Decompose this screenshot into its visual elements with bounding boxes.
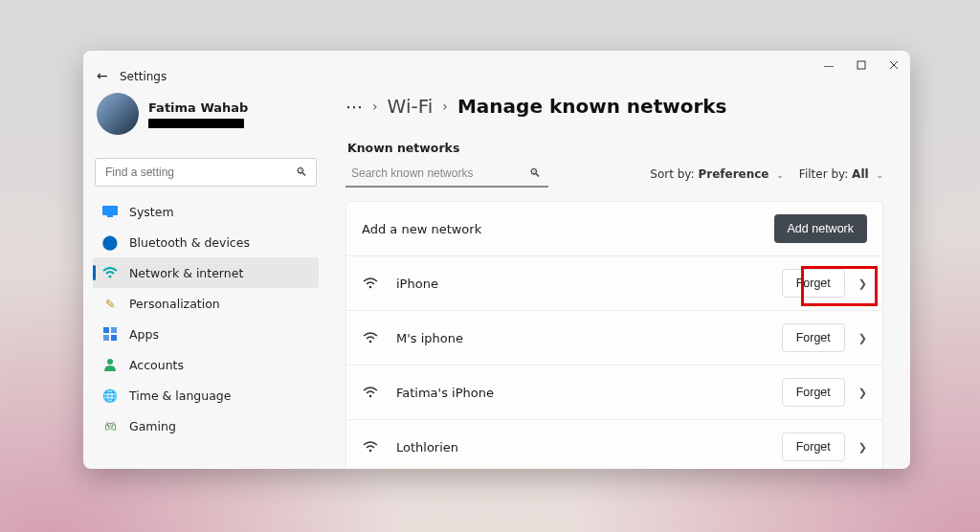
svg-rect-0 — [858, 61, 865, 69]
add-network-label: Add a new network — [362, 222, 774, 236]
network-row[interactable]: Lothlorien Forget ❯ — [346, 419, 882, 469]
sidebar-item-bluetooth[interactable]: ⬤ Bluetooth & devices — [93, 227, 319, 257]
svg-rect-9 — [111, 335, 117, 341]
sidebar-item-label: Gaming — [129, 419, 176, 433]
desktop-background: ← Settings ― Fatima Wahab — [0, 0, 980, 532]
svg-rect-4 — [107, 215, 113, 217]
wifi-icon — [362, 441, 379, 453]
search-networks[interactable]: 🔍︎ — [345, 161, 548, 188]
person-icon — [102, 357, 118, 372]
svg-point-13 — [369, 395, 372, 398]
find-setting-input[interactable] — [95, 158, 317, 187]
wifi-icon — [362, 387, 379, 398]
svg-rect-3 — [102, 206, 118, 215]
apps-icon — [102, 326, 118, 342]
sidebar-item-label: Apps — [129, 327, 159, 342]
sidebar: Fatima Wahab 🔍︎ System ⬤ Bluetooth — [83, 79, 328, 469]
wifi-icon — [102, 265, 118, 280]
sidebar-item-apps[interactable]: Apps — [93, 319, 319, 349]
sidebar-item-label: System — [129, 205, 174, 219]
svg-rect-8 — [103, 335, 109, 341]
brush-icon: ✎ — [102, 296, 118, 311]
network-row[interactable]: iPhone Forget ❯ — [346, 255, 882, 310]
network-list: Add a new network Add network iPhone For… — [345, 201, 883, 469]
user-name: Fatima Wahab — [148, 100, 248, 115]
chevron-right-icon: › — [372, 99, 378, 114]
sidebar-item-label: Bluetooth & devices — [129, 235, 250, 250]
find-setting-search[interactable]: 🔍︎ — [95, 158, 317, 187]
svg-point-5 — [109, 276, 112, 278]
network-name: iPhone — [396, 277, 782, 291]
known-networks-heading: Known networks — [347, 141, 883, 155]
breadcrumb: ⋯ › Wi-Fi › Manage known networks — [345, 95, 883, 118]
search-networks-input[interactable] — [345, 161, 548, 188]
close-button[interactable] — [878, 51, 910, 79]
svg-point-11 — [369, 286, 372, 289]
sidebar-item-time-language[interactable]: 🌐 Time & language — [93, 380, 319, 410]
network-row[interactable]: M's iphone Forget ❯ — [346, 310, 882, 365]
known-networks-toolbar: 🔍︎ Sort by: Preference ⌄ Filter by: All … — [345, 161, 883, 188]
page-title: Manage known networks — [457, 95, 727, 118]
network-name: Lothlorien — [396, 440, 782, 454]
wifi-icon — [362, 277, 379, 289]
display-icon — [102, 204, 118, 219]
main-content: ⋯ › Wi-Fi › Manage known networks Known … — [328, 79, 910, 469]
maximize-button[interactable] — [845, 51, 878, 79]
chevron-down-icon: ⌄ — [876, 170, 883, 180]
sidebar-item-label: Personalization — [129, 297, 220, 311]
svg-rect-7 — [111, 327, 117, 333]
filter-by-dropdown[interactable]: Filter by: All ⌄ — [799, 167, 883, 181]
sidebar-item-accounts[interactable]: Accounts — [93, 349, 319, 380]
expand-arrow-icon[interactable]: ❯ — [858, 277, 867, 290]
user-email-redacted — [148, 119, 244, 128]
minimize-button[interactable]: ― — [813, 51, 845, 79]
avatar — [97, 93, 139, 135]
add-network-row: Add a new network Add network — [346, 202, 882, 255]
expand-arrow-icon[interactable]: ❯ — [858, 332, 867, 344]
sidebar-item-label: Network & internet — [129, 266, 243, 280]
sidebar-item-system[interactable]: System — [93, 196, 319, 227]
nav-list: System ⬤ Bluetooth & devices Network & i… — [93, 196, 319, 441]
chevron-right-icon: › — [442, 99, 448, 114]
breadcrumb-overflow[interactable]: ⋯ — [345, 97, 363, 117]
sidebar-item-label: Accounts — [129, 358, 184, 372]
sidebar-item-gaming[interactable]: 🎮︎ Gaming — [93, 410, 319, 441]
forget-button[interactable]: Forget — [782, 432, 845, 461]
svg-point-12 — [369, 341, 372, 344]
chevron-down-icon: ⌄ — [776, 170, 784, 180]
gamepad-icon: 🎮︎ — [102, 418, 118, 433]
wifi-icon — [362, 332, 379, 344]
window-title: Settings — [120, 70, 167, 83]
sidebar-item-network[interactable]: Network & internet — [93, 257, 319, 288]
forget-button[interactable]: Forget — [782, 269, 845, 298]
search-icon: 🔍︎ — [529, 166, 541, 180]
title-bar: ← Settings ― — [83, 51, 910, 79]
user-profile[interactable]: Fatima Wahab — [97, 93, 317, 135]
network-row[interactable]: Fatima's iPhone Forget ❯ — [346, 365, 882, 419]
network-name: M's iphone — [396, 331, 782, 345]
expand-arrow-icon[interactable]: ❯ — [858, 441, 867, 454]
search-icon: 🔍︎ — [296, 166, 307, 179]
breadcrumb-wifi[interactable]: Wi-Fi — [388, 95, 434, 118]
sidebar-item-label: Time & language — [129, 388, 231, 403]
bluetooth-icon: ⬤ — [102, 234, 118, 250]
expand-arrow-icon[interactable]: ❯ — [858, 387, 867, 399]
svg-point-14 — [369, 450, 372, 453]
svg-rect-6 — [103, 327, 109, 333]
add-network-button[interactable]: Add network — [774, 214, 867, 243]
svg-point-10 — [107, 359, 113, 365]
sort-by-dropdown[interactable]: Sort by: Preference ⌄ — [650, 167, 784, 181]
clock-icon: 🌐 — [102, 388, 118, 403]
forget-button[interactable]: Forget — [782, 323, 845, 352]
sidebar-item-personalization[interactable]: ✎ Personalization — [93, 288, 319, 319]
network-name: Fatima's iPhone — [396, 386, 782, 400]
back-button[interactable]: ← — [97, 68, 108, 83]
forget-button[interactable]: Forget — [782, 378, 845, 407]
settings-window: ← Settings ― Fatima Wahab — [83, 51, 910, 469]
